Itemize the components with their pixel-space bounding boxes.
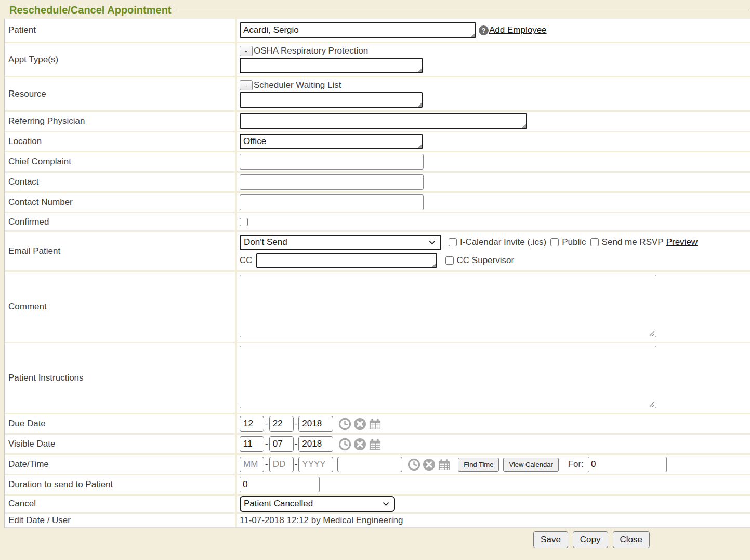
patient-label: Patient [5, 19, 235, 42]
row-duration: Duration to send to Patient [5, 475, 750, 494]
date-separator: - [295, 439, 298, 449]
appt-type-search-input[interactable] [240, 58, 423, 73]
public-label: Public [562, 237, 586, 248]
cancel-select[interactable]: Patient Cancelled [240, 496, 395, 512]
cc-supervisor-checkbox[interactable] [445, 256, 454, 265]
remove-appt-type-button[interactable]: - [240, 46, 253, 56]
chevron-down-icon [382, 500, 390, 508]
due-date-day-input[interactable] [269, 416, 294, 432]
save-button[interactable]: Save [533, 531, 568, 548]
row-comment: Comment [5, 272, 750, 342]
patient-input[interactable] [240, 22, 476, 38]
date-separator: - [295, 459, 298, 470]
date-separator: - [265, 419, 268, 429]
calendar-icon[interactable] [369, 418, 381, 431]
due-date-label: Due Date [5, 414, 235, 433]
row-confirmed: Confirmed [5, 213, 750, 230]
row-visible-date: Visible Date - - [5, 435, 750, 453]
contact-number-input[interactable] [240, 194, 424, 210]
visible-date-year-input[interactable] [298, 436, 333, 452]
row-referring-physician: Referring Physician [5, 112, 750, 131]
row-contact: Contact [5, 173, 750, 191]
icalendar-invite-checkbox[interactable] [449, 238, 457, 246]
clear-icon[interactable] [423, 458, 436, 471]
contact-input[interactable] [240, 174, 424, 190]
close-button[interactable]: Close [613, 531, 650, 548]
calendar-icon[interactable] [438, 458, 451, 471]
row-date-time: Date/Time - - [5, 455, 750, 474]
due-date-year-input[interactable] [298, 416, 333, 432]
date-time-month-input[interactable] [240, 457, 264, 472]
row-location: Location [5, 132, 750, 151]
comment-label: Comment [5, 272, 235, 342]
chief-complaint-input[interactable] [240, 154, 424, 170]
date-time-time-input[interactable] [337, 457, 402, 472]
resource-label: Resource [5, 77, 235, 110]
edit-info-label: Edit Date / User [5, 514, 235, 527]
form-legend: Reschedule/Cancel Appointment [4, 3, 750, 17]
email-send-selected-value: Don't Send [244, 237, 287, 248]
confirmed-checkbox[interactable] [240, 218, 248, 226]
confirmed-label: Confirmed [5, 213, 235, 230]
visible-date-day-input[interactable] [269, 436, 294, 452]
resource-search-input[interactable] [240, 92, 423, 108]
appt-type-selected: OSHA Respiratory Protection [254, 46, 368, 56]
due-date-month-input[interactable] [240, 416, 264, 432]
row-cancel: Cancel Patient Cancelled [5, 496, 750, 512]
visible-date-month-input[interactable] [240, 436, 264, 452]
duration-input[interactable] [240, 477, 320, 492]
date-separator: - [295, 419, 298, 429]
footer-buttons: Save Copy Close [4, 531, 650, 548]
add-employee-link[interactable]: Add Employee [489, 25, 547, 35]
clock-icon[interactable] [407, 458, 420, 471]
duration-label: Duration to send to Patient [5, 475, 235, 494]
row-patient: Patient ? Add Employee [5, 19, 750, 42]
comment-textarea[interactable] [240, 275, 656, 337]
cc-label: CC [240, 255, 253, 266]
send-me-rsvp-checkbox[interactable] [590, 238, 599, 246]
page-title: Reschedule/Cancel Appointment [4, 4, 172, 16]
clear-icon[interactable] [353, 438, 366, 451]
clear-icon[interactable] [353, 418, 366, 431]
help-icon[interactable]: ? [479, 25, 489, 35]
visible-date-label: Visible Date [5, 435, 235, 453]
date-time-year-input[interactable] [298, 457, 333, 472]
find-time-button[interactable]: Find Time [458, 458, 499, 472]
row-due-date: Due Date - - [5, 414, 750, 433]
patient-instructions-label: Patient Instructions [5, 343, 235, 413]
referring-physician-label: Referring Physician [5, 112, 235, 131]
date-time-label: Date/Time [5, 455, 235, 474]
send-me-rsvp-label: Send me RSVP [602, 237, 664, 248]
date-separator: - [265, 439, 268, 449]
icalendar-invite-label: I-Calendar Invite (.ics) [460, 237, 546, 248]
cancel-selected-value: Patient Cancelled [244, 499, 313, 509]
row-chief-complaint: Chief Complaint [5, 152, 750, 171]
calendar-icon[interactable] [369, 438, 381, 451]
row-email-patient: Email Patient Don't Send I-Calendar Invi… [5, 232, 750, 270]
remove-resource-button[interactable]: - [240, 80, 253, 90]
row-resource: Resource - Scheduler Waiting List [5, 77, 750, 110]
public-checkbox[interactable] [550, 238, 559, 246]
chevron-down-icon [428, 239, 436, 246]
chief-complaint-label: Chief Complaint [5, 152, 235, 171]
patient-instructions-textarea[interactable] [240, 346, 656, 408]
preview-link[interactable]: Preview [666, 237, 698, 248]
cc-supervisor-label: CC Supervisor [457, 255, 515, 266]
referring-physician-input[interactable] [240, 113, 527, 129]
date-time-day-input[interactable] [269, 457, 294, 472]
for-label: For: [568, 459, 584, 470]
clock-icon[interactable] [338, 438, 351, 451]
cancel-label: Cancel [5, 496, 235, 512]
cc-input[interactable] [256, 253, 437, 268]
location-input[interactable] [240, 134, 423, 149]
appt-types-label: Appt Type(s) [5, 43, 235, 76]
view-calendar-button[interactable]: View Calendar [503, 458, 558, 472]
copy-button[interactable]: Copy [573, 531, 608, 548]
row-patient-instructions: Patient Instructions [5, 343, 750, 413]
clock-icon[interactable] [338, 418, 351, 431]
row-appt-types: Appt Type(s) - OSHA Respiratory Protecti… [5, 43, 750, 76]
reschedule-cancel-form: Reschedule/Cancel Appointment Patient ? … [0, 0, 750, 560]
resource-selected: Scheduler Waiting List [254, 80, 341, 90]
for-input[interactable] [588, 457, 667, 472]
email-send-select[interactable]: Don't Send [240, 235, 441, 250]
